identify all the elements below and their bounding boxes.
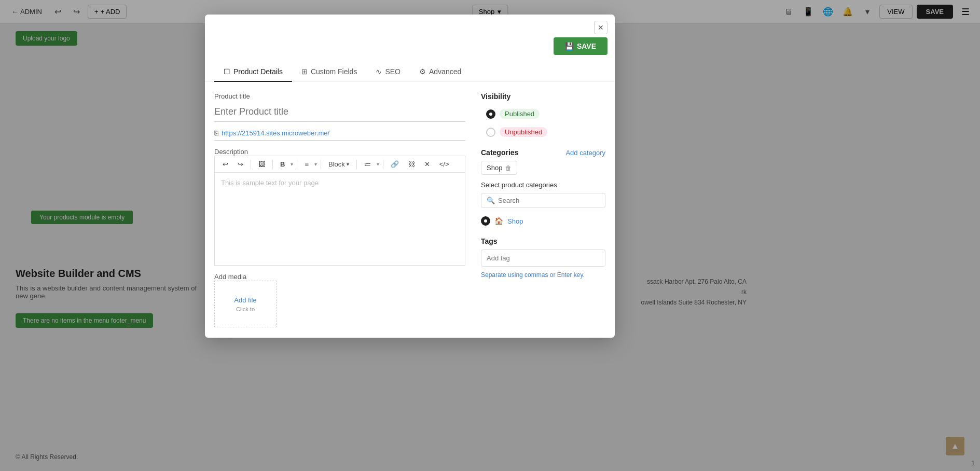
published-radio-indicator bbox=[486, 109, 495, 119]
list-arrow-icon: ▾ bbox=[377, 161, 379, 167]
add-media-section: Add media Add file Click to bbox=[214, 273, 465, 327]
published-radio[interactable]: Published bbox=[481, 106, 605, 122]
unpublished-radio-indicator bbox=[486, 128, 495, 137]
toolbar-sep-4 bbox=[321, 160, 321, 169]
editor-placeholder: This is sample text for your page bbox=[221, 179, 319, 187]
save-icon: 💾 bbox=[565, 42, 574, 50]
add-file-sub: Click to bbox=[236, 306, 255, 312]
toolbar-sep-1 bbox=[251, 160, 251, 169]
unpublished-label: Unpublished bbox=[500, 127, 547, 137]
visibility-section: Visibility Published Unpublished bbox=[481, 92, 605, 140]
seo-tab-label: SEO bbox=[385, 67, 401, 76]
undo-tool[interactable]: ↩ bbox=[219, 159, 232, 170]
modal-tabs: ☐ Product Details ⊞ Custom Fields ∿ SEO … bbox=[205, 62, 615, 82]
description-label: Description bbox=[214, 148, 465, 156]
shop-category-icon: 🏠 bbox=[494, 217, 503, 225]
block-label: Block bbox=[328, 160, 345, 168]
tab-advanced[interactable]: ⚙ Advanced bbox=[410, 62, 471, 82]
image-tool[interactable]: 🖼 bbox=[255, 159, 269, 170]
list-tool[interactable]: ≔ bbox=[361, 159, 375, 170]
toolbar-sep-2 bbox=[272, 160, 273, 169]
block-dropdown[interactable]: Block ▾ bbox=[325, 159, 353, 170]
add-file-box[interactable]: Add file Click to bbox=[214, 281, 277, 327]
toolbar-sep-3 bbox=[297, 160, 297, 169]
category-option-shop[interactable]: 🏠 Shop bbox=[481, 213, 605, 229]
tags-hint: Separate using commas or Enter key. bbox=[481, 271, 585, 279]
modal-header: ✕ bbox=[205, 15, 615, 34]
modal-save-label: SAVE bbox=[577, 42, 596, 50]
align-tool[interactable]: ≡ bbox=[301, 159, 312, 170]
modal-left-column: Product title ⎘ https://215914.sites.mic… bbox=[214, 92, 465, 327]
modal-save-row: 💾 SAVE bbox=[205, 34, 615, 62]
bold-tool[interactable]: B bbox=[277, 159, 288, 170]
published-label: Published bbox=[500, 109, 540, 119]
advanced-tab-icon: ⚙ bbox=[419, 67, 426, 76]
unpublished-radio[interactable]: Unpublished bbox=[481, 124, 605, 140]
product-modal: ✕ 💾 SAVE ☐ Product Details ⊞ Custom Fiel… bbox=[205, 15, 615, 338]
cat-option-label: Shop bbox=[507, 217, 523, 225]
modal-right-column: Visibility Published Unpublished Categor… bbox=[481, 92, 605, 327]
tags-input[interactable] bbox=[481, 250, 605, 267]
product-details-tab-label: Product Details bbox=[233, 67, 283, 76]
tab-product-details[interactable]: ☐ Product Details bbox=[214, 62, 292, 82]
add-category-link[interactable]: Add category bbox=[565, 149, 605, 157]
tab-seo[interactable]: ∿ SEO bbox=[366, 62, 410, 82]
unlink-tool[interactable]: ⛓ bbox=[405, 159, 419, 170]
copy-icon: ⎘ bbox=[214, 129, 218, 137]
code-tool[interactable]: </> bbox=[436, 159, 453, 170]
product-details-tab-icon: ☐ bbox=[224, 67, 230, 76]
modal-close-button[interactable]: ✕ bbox=[594, 21, 608, 34]
add-media-label: Add media bbox=[214, 273, 465, 281]
url-value[interactable]: https://215914.sites.microweber.me/ bbox=[222, 129, 329, 137]
visibility-title: Visibility bbox=[481, 92, 605, 101]
cat-option-radio bbox=[481, 216, 490, 226]
categories-section: Categories Add category Shop 🗑 Select pr… bbox=[481, 148, 605, 229]
categories-header: Categories Add category bbox=[481, 148, 605, 157]
product-title-field: Product title bbox=[214, 92, 465, 122]
select-cats-label: Select product categories bbox=[481, 181, 605, 189]
category-search-input[interactable] bbox=[498, 197, 600, 204]
custom-fields-tab-label: Custom Fields bbox=[311, 67, 357, 76]
search-icon: 🔍 bbox=[487, 197, 495, 204]
clear-tool[interactable]: ✕ bbox=[421, 159, 434, 170]
category-tag-label: Shop bbox=[487, 164, 502, 172]
tags-title: Tags bbox=[481, 237, 605, 245]
product-title-label: Product title bbox=[214, 92, 465, 100]
modal-body: Product title ⎘ https://215914.sites.mic… bbox=[205, 82, 615, 338]
category-delete-button[interactable]: 🗑 bbox=[505, 164, 512, 172]
redo-tool[interactable]: ↪ bbox=[234, 159, 247, 170]
description-field: Description ↩ ↪ 🖼 B ▾ ≡ ▾ Block bbox=[214, 148, 465, 266]
block-arrow-icon: ▾ bbox=[347, 161, 349, 167]
modal-save-button[interactable]: 💾 SAVE bbox=[554, 37, 608, 55]
advanced-tab-label: Advanced bbox=[429, 67, 461, 76]
toolbar-sep-6 bbox=[383, 160, 383, 169]
bold-arrow-icon: ▾ bbox=[291, 161, 293, 167]
custom-fields-tab-icon: ⊞ bbox=[301, 67, 308, 76]
seo-tab-icon: ∿ bbox=[376, 67, 382, 76]
url-row: ⎘ https://215914.sites.microweber.me/ bbox=[214, 129, 465, 141]
product-title-input[interactable] bbox=[214, 102, 465, 122]
tab-custom-fields[interactable]: ⊞ Custom Fields bbox=[292, 62, 366, 82]
align-arrow-icon: ▾ bbox=[314, 161, 317, 167]
category-search-box: 🔍 bbox=[481, 193, 605, 208]
add-file-label: Add file bbox=[234, 296, 256, 304]
tags-section: Tags Separate using commas or Enter key. bbox=[481, 237, 605, 279]
editor-toolbar: ↩ ↪ 🖼 B ▾ ≡ ▾ Block ▾ ≔ bbox=[214, 156, 465, 172]
category-tag-shop: Shop 🗑 bbox=[481, 161, 517, 175]
toolbar-sep-5 bbox=[356, 160, 357, 169]
link-tool[interactable]: 🔗 bbox=[387, 159, 403, 170]
categories-title: Categories bbox=[481, 148, 518, 157]
editor-area[interactable]: This is sample text for your page bbox=[214, 172, 465, 266]
